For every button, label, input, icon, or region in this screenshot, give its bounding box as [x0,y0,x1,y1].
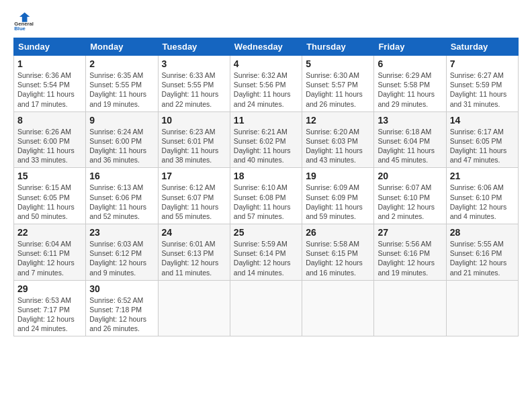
day-cell: 29Sunrise: 6:53 AMSunset: 7:17 PMDayligh… [14,280,86,336]
day-cell: 6Sunrise: 6:29 AMSunset: 5:58 PMDaylight… [374,56,446,112]
day-info: Sunrise: 6:52 AMSunset: 7:18 PMDaylight:… [89,295,154,334]
day-info: Sunrise: 5:55 AMSunset: 6:16 PMDaylight:… [450,239,515,277]
column-headers: SundayMondayTuesdayWednesdayThursdayFrid… [14,38,519,56]
day-number: 26 [306,227,370,238]
col-header-monday: Monday [86,38,158,56]
day-info: Sunrise: 6:06 AMSunset: 6:10 PMDaylight:… [450,183,515,221]
day-cell: 11Sunrise: 6:21 AMSunset: 6:02 PMDayligh… [230,111,302,168]
day-info: Sunrise: 6:20 AMSunset: 6:03 PMDaylight:… [306,127,370,165]
day-info: Sunrise: 6:17 AMSunset: 6:05 PMDaylight:… [450,127,515,165]
day-number: 12 [306,115,370,126]
week-row-4: 22Sunrise: 6:04 AMSunset: 6:11 PMDayligh… [14,224,519,281]
day-info: Sunrise: 6:01 AMSunset: 6:13 PMDaylight:… [162,239,226,277]
day-cell: 25Sunrise: 5:59 AMSunset: 6:14 PMDayligh… [230,224,302,281]
day-cell: 7Sunrise: 6:27 AMSunset: 5:59 PMDaylight… [446,56,518,112]
day-cell: 4Sunrise: 6:32 AMSunset: 5:56 PMDaylight… [230,56,302,112]
day-cell: 14Sunrise: 6:17 AMSunset: 6:05 PMDayligh… [446,111,518,168]
day-number: 27 [378,227,442,238]
day-number: 30 [89,283,154,294]
day-number: 9 [89,115,154,126]
day-info: Sunrise: 5:58 AMSunset: 6:15 PMDaylight:… [306,239,370,277]
day-cell [374,280,446,336]
logo-icon: GeneralBlue [13,11,35,32]
day-info: Sunrise: 6:15 AMSunset: 6:05 PMDaylight:… [17,183,82,221]
day-cell: 21Sunrise: 6:06 AMSunset: 6:10 PMDayligh… [446,168,518,224]
day-info: Sunrise: 6:10 AMSunset: 6:08 PMDaylight:… [234,183,298,221]
day-cell [230,280,302,336]
day-cell: 13Sunrise: 6:18 AMSunset: 6:04 PMDayligh… [374,111,446,168]
day-info: Sunrise: 6:26 AMSunset: 6:00 PMDaylight:… [17,127,82,165]
day-number: 8 [17,115,82,126]
day-number: 29 [17,283,82,294]
day-number: 1 [17,58,82,69]
day-cell [158,280,230,336]
day-number: 2 [89,58,154,69]
header: GeneralBlue [13,11,519,32]
svg-text:Blue: Blue [14,26,26,32]
day-number: 28 [450,227,515,238]
day-cell: 10Sunrise: 6:23 AMSunset: 6:01 PMDayligh… [158,111,230,168]
day-number: 19 [306,171,370,181]
day-cell: 30Sunrise: 6:52 AMSunset: 7:18 PMDayligh… [86,280,158,336]
day-info: Sunrise: 6:24 AMSunset: 6:00 PMDaylight:… [89,127,154,165]
day-number: 22 [17,227,82,238]
day-number: 3 [162,58,226,69]
day-cell: 16Sunrise: 6:13 AMSunset: 6:06 PMDayligh… [86,168,158,224]
day-number: 14 [450,115,515,126]
week-row-1: 1Sunrise: 6:36 AMSunset: 5:54 PMDaylight… [14,56,519,112]
day-number: 5 [306,58,370,69]
day-number: 20 [378,171,442,181]
day-cell: 12Sunrise: 6:20 AMSunset: 6:03 PMDayligh… [302,111,374,168]
day-cell: 8Sunrise: 6:26 AMSunset: 6:00 PMDaylight… [14,111,86,168]
day-info: Sunrise: 6:33 AMSunset: 5:55 PMDaylight:… [162,71,226,109]
day-info: Sunrise: 6:36 AMSunset: 5:54 PMDaylight:… [17,71,82,109]
day-info: Sunrise: 6:09 AMSunset: 6:09 PMDaylight:… [306,183,370,221]
day-cell: 24Sunrise: 6:01 AMSunset: 6:13 PMDayligh… [158,224,230,281]
day-info: Sunrise: 6:30 AMSunset: 5:57 PMDaylight:… [306,71,370,109]
day-info: Sunrise: 6:03 AMSunset: 6:12 PMDaylight:… [89,239,154,277]
col-header-thursday: Thursday [302,38,374,56]
day-number: 15 [17,171,82,181]
day-number: 21 [450,171,515,181]
day-cell [446,280,518,336]
day-cell: 22Sunrise: 6:04 AMSunset: 6:11 PMDayligh… [14,224,86,281]
day-info: Sunrise: 6:07 AMSunset: 6:10 PMDaylight:… [378,183,442,221]
day-info: Sunrise: 5:56 AMSunset: 6:16 PMDaylight:… [378,239,442,277]
day-cell [302,280,374,336]
day-cell: 17Sunrise: 6:12 AMSunset: 6:07 PMDayligh… [158,168,230,224]
day-info: Sunrise: 6:12 AMSunset: 6:07 PMDaylight:… [162,183,226,221]
logo: GeneralBlue [13,11,35,32]
week-row-3: 15Sunrise: 6:15 AMSunset: 6:05 PMDayligh… [14,168,519,224]
day-info: Sunrise: 6:23 AMSunset: 6:01 PMDaylight:… [162,127,226,165]
col-header-wednesday: Wednesday [230,38,302,56]
day-number: 24 [162,227,226,238]
col-header-tuesday: Tuesday [158,38,230,56]
col-header-friday: Friday [374,38,446,56]
day-info: Sunrise: 6:35 AMSunset: 5:55 PMDaylight:… [89,71,154,109]
day-cell: 18Sunrise: 6:10 AMSunset: 6:08 PMDayligh… [230,168,302,224]
day-cell: 26Sunrise: 5:58 AMSunset: 6:15 PMDayligh… [302,224,374,281]
day-number: 10 [162,115,226,126]
day-cell: 28Sunrise: 5:55 AMSunset: 6:16 PMDayligh… [446,224,518,281]
day-cell: 2Sunrise: 6:35 AMSunset: 5:55 PMDaylight… [86,56,158,112]
day-cell: 3Sunrise: 6:33 AMSunset: 5:55 PMDaylight… [158,56,230,112]
day-info: Sunrise: 6:53 AMSunset: 7:17 PMDaylight:… [17,295,82,334]
day-info: Sunrise: 6:29 AMSunset: 5:58 PMDaylight:… [378,71,442,109]
day-number: 4 [234,58,298,69]
day-number: 17 [162,171,226,181]
day-info: Sunrise: 5:59 AMSunset: 6:14 PMDaylight:… [234,239,298,277]
day-number: 11 [234,115,298,126]
day-number: 23 [89,227,154,238]
day-cell: 27Sunrise: 5:56 AMSunset: 6:16 PMDayligh… [374,224,446,281]
day-number: 6 [378,58,442,69]
day-number: 25 [234,227,298,238]
day-info: Sunrise: 6:13 AMSunset: 6:06 PMDaylight:… [89,183,154,221]
day-cell: 15Sunrise: 6:15 AMSunset: 6:05 PMDayligh… [14,168,86,224]
day-cell: 1Sunrise: 6:36 AMSunset: 5:54 PMDaylight… [14,56,86,112]
day-number: 13 [378,115,442,126]
day-cell: 5Sunrise: 6:30 AMSunset: 5:57 PMDaylight… [302,56,374,112]
day-info: Sunrise: 6:21 AMSunset: 6:02 PMDaylight:… [234,127,298,165]
col-header-sunday: Sunday [14,38,86,56]
col-header-saturday: Saturday [446,38,518,56]
day-cell: 20Sunrise: 6:07 AMSunset: 6:10 PMDayligh… [374,168,446,224]
